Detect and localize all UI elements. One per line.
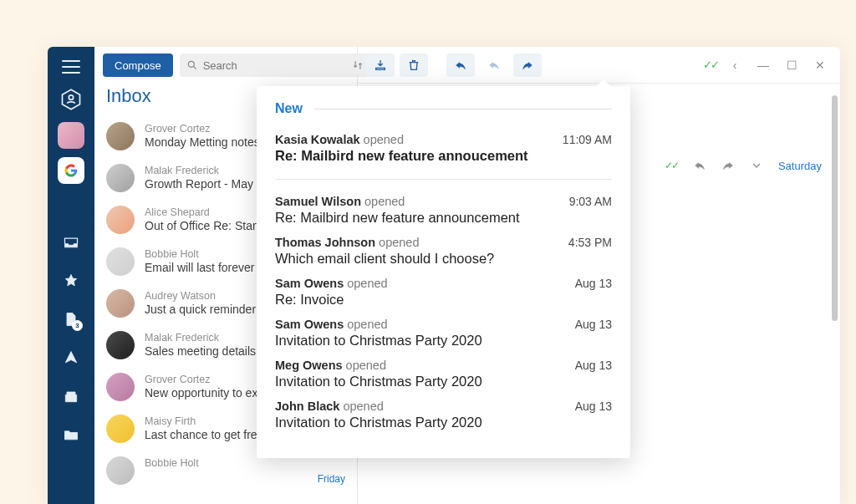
tracking-check-icon[interactable]: ✓✓ (703, 59, 718, 71)
scrollbar[interactable] (832, 95, 838, 321)
account-avatar[interactable] (58, 122, 84, 149)
folder-icon[interactable] (62, 425, 80, 444)
list-topbar: Compose (94, 47, 357, 84)
star-icon[interactable] (62, 272, 80, 290)
archive-button[interactable] (366, 53, 395, 77)
more-chevron-icon[interactable] (750, 159, 763, 172)
forward-button[interactable] (513, 53, 542, 77)
message-date: Saturday (778, 160, 822, 172)
svg-line-2 (193, 67, 196, 69)
menu-icon[interactable] (62, 60, 80, 74)
svg-point-1 (188, 61, 194, 67)
notification-item[interactable]: Kasia Kowalak opened11:09 AM Re: Mailbir… (275, 128, 612, 169)
minimize-button[interactable]: — (752, 53, 775, 77)
mail-date: Friday (318, 473, 345, 485)
notification-item[interactable]: John Black openedAug 13 Invitation to Ch… (275, 395, 612, 435)
search-input[interactable] (203, 59, 344, 72)
notification-item[interactable]: Samuel Wilson opened9:03 AM Re: Mailbird… (275, 190, 612, 231)
inbox-tray-icon[interactable] (62, 233, 80, 252)
close-button[interactable]: ✕ (808, 53, 832, 77)
search-input-wrap[interactable] (180, 53, 370, 77)
notification-item[interactable]: Thomas Johnson opened4:53 PM Which email… (275, 231, 612, 272)
action-bar: ✓✓ ‹ — ☐ ✕ (358, 47, 840, 84)
read-check-icon: ✓✓ (665, 160, 678, 171)
contacts-hex-icon[interactable] (59, 87, 84, 112)
google-account-icon[interactable] (58, 157, 84, 184)
delete-button[interactable] (400, 53, 428, 77)
reply-all-button[interactable] (480, 53, 508, 77)
reply-icon[interactable] (693, 159, 706, 172)
back-button[interactable]: ‹ (723, 53, 746, 77)
file-icon[interactable]: 3 (62, 310, 80, 328)
tracking-popup: New Kasia Kowalak opened11:09 AM Re: Mai… (257, 86, 630, 458)
notification-item[interactable]: Sam Owens openedAug 13 Re: Invoice (275, 272, 612, 313)
reply-button[interactable] (446, 53, 475, 77)
file-badge: 3 (72, 320, 83, 331)
maximize-button[interactable]: ☐ (780, 53, 803, 77)
send-icon[interactable] (62, 349, 80, 367)
svg-point-0 (69, 95, 73, 99)
side-rail: 3 (48, 47, 94, 504)
notification-item[interactable]: Meg Owens openedAug 13 Invitation to Chr… (275, 354, 612, 395)
popup-new-header: New (275, 101, 612, 116)
archive-icon[interactable] (62, 387, 80, 405)
search-icon (186, 59, 198, 71)
compose-button[interactable]: Compose (103, 53, 173, 77)
notification-item[interactable]: Sam Owens openedAug 13 Invitation to Chr… (275, 313, 612, 354)
forward-icon[interactable] (721, 159, 735, 172)
